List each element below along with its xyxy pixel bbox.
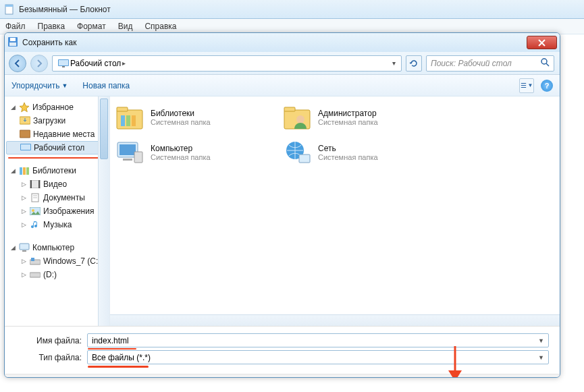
desktop-icon bbox=[58, 58, 69, 69]
close-icon bbox=[538, 39, 546, 47]
file-item-computer[interactable]: Компьютер Системная папка bbox=[115, 138, 271, 167]
documents-icon bbox=[30, 192, 41, 203]
svg-rect-18 bbox=[30, 180, 32, 188]
drive-icon bbox=[30, 256, 41, 267]
svg-rect-7 bbox=[62, 66, 65, 67]
svg-rect-43 bbox=[299, 155, 310, 163]
chevron-down-icon: ▼ bbox=[538, 337, 544, 344]
refresh-button[interactable] bbox=[406, 55, 422, 72]
search-icon bbox=[540, 57, 550, 69]
view-options-button[interactable]: ☰▼ bbox=[519, 78, 534, 93]
filetype-select[interactable]: Все файлы (*.*) ▼ bbox=[87, 350, 549, 364]
sidebar-favorites[interactable]: ◢ Избранное bbox=[6, 101, 108, 114]
back-button[interactable] bbox=[9, 55, 26, 72]
sidebar-item-documents[interactable]: ▷ Документы bbox=[6, 191, 108, 204]
navigation-sidebar: ◢ Избранное Загрузки Недавние места Ра bbox=[5, 96, 110, 326]
file-list-pane[interactable]: Библиотеки Системная папка Администратор… bbox=[110, 96, 560, 326]
sidebar-item-downloads[interactable]: Загрузки bbox=[6, 114, 108, 128]
file-item-network[interactable]: Сеть Системная папка bbox=[283, 138, 438, 167]
breadcrumb-label: Рабочий стол bbox=[70, 59, 121, 68]
refresh-icon bbox=[409, 59, 419, 68]
menu-edit[interactable]: Правка bbox=[35, 20, 68, 32]
svg-rect-16 bbox=[26, 167, 29, 175]
music-icon bbox=[30, 219, 41, 230]
svg-rect-3 bbox=[10, 38, 16, 41]
drive-icon bbox=[30, 269, 41, 280]
notepad-icon bbox=[4, 4, 15, 15]
file-item-admin[interactable]: Администратор Системная папка bbox=[283, 103, 438, 132]
expand-icon: ▷ bbox=[21, 258, 27, 264]
svg-point-8 bbox=[541, 59, 547, 64]
downloads-icon bbox=[20, 115, 30, 126]
svg-rect-40 bbox=[123, 159, 132, 161]
sidebar-item-videos[interactable]: ▷ Видео bbox=[6, 177, 108, 191]
arrow-left-icon bbox=[14, 59, 22, 67]
recent-icon bbox=[20, 129, 30, 140]
save-as-dialog: Сохранить как Рабочий стол ▸ ▾ Поиск: Р bbox=[4, 32, 560, 378]
expand-icon: ▷ bbox=[21, 208, 27, 215]
pictures-icon bbox=[30, 206, 41, 217]
forward-button[interactable] bbox=[30, 55, 48, 72]
expand-icon: ▷ bbox=[21, 221, 27, 228]
svg-line-9 bbox=[546, 63, 549, 66]
form-area: Имя файла: index.html ▼ Тип файла: Все ф… bbox=[5, 326, 560, 374]
sidebar-item-drive-c[interactable]: ▷ Windows_7 (C:) bbox=[6, 254, 108, 268]
expand-icon: ▷ bbox=[21, 271, 27, 278]
new-folder-button[interactable]: Новая папка bbox=[82, 81, 130, 90]
computer-icon bbox=[19, 242, 30, 253]
menu-view[interactable]: Вид bbox=[115, 20, 136, 32]
sidebar-item-desktop[interactable]: Рабочий стол bbox=[6, 141, 108, 155]
close-button[interactable] bbox=[527, 36, 557, 49]
breadcrumb-field[interactable]: Рабочий стол ▸ ▾ bbox=[52, 55, 402, 72]
dialog-footer: ▲ Скрыть папки Кодировка: ANSI ▼ Сохрани… bbox=[5, 374, 560, 378]
chevron-right-icon: ▸ bbox=[122, 59, 126, 67]
filepane-scrollbar-h[interactable] bbox=[110, 314, 560, 326]
path-dropdown[interactable]: ▾ bbox=[390, 59, 398, 67]
expand-icon: ▷ bbox=[21, 194, 27, 201]
sidebar-computer[interactable]: ◢ Компьютер bbox=[6, 241, 108, 254]
filename-value: index.html bbox=[92, 336, 129, 345]
computer-icon bbox=[115, 138, 144, 167]
menu-file[interactable]: Файл bbox=[3, 20, 28, 32]
help-button[interactable]: ? bbox=[541, 80, 553, 92]
svg-rect-33 bbox=[126, 115, 130, 126]
organize-menu[interactable]: Упорядочить ▼ bbox=[11, 81, 68, 90]
svg-rect-41 bbox=[134, 152, 142, 163]
svg-rect-15 bbox=[23, 167, 26, 175]
sidebar-item-drive-d[interactable]: ▷ (D:) bbox=[6, 268, 108, 281]
svg-point-24 bbox=[32, 209, 34, 212]
view-icon: ☰ bbox=[521, 82, 527, 89]
desktop-icon bbox=[20, 142, 31, 153]
svg-rect-25 bbox=[20, 244, 29, 250]
search-input[interactable]: Поиск: Рабочий стол bbox=[426, 55, 554, 72]
libraries-icon bbox=[115, 103, 144, 132]
user-folder-icon bbox=[283, 103, 311, 132]
breadcrumb-desktop[interactable]: Рабочий стол ▸ bbox=[55, 58, 128, 69]
sidebar-item-pictures[interactable]: ▷ Изображения bbox=[6, 204, 108, 218]
menu-format[interactable]: Формат bbox=[74, 20, 109, 32]
svg-rect-19 bbox=[38, 180, 40, 188]
svg-rect-29 bbox=[30, 273, 41, 277]
filetype-label: Тип файла: bbox=[32, 353, 82, 362]
video-icon bbox=[30, 179, 41, 190]
svg-rect-11 bbox=[20, 130, 30, 138]
libraries-icon bbox=[19, 165, 30, 176]
notepad-title: Безымянный — Блокнот bbox=[19, 5, 111, 14]
chevron-down-icon: ▼ bbox=[538, 354, 544, 361]
dialog-titlebar: Сохранить как bbox=[5, 33, 560, 52]
filetype-value: Все файлы (*.*) bbox=[92, 353, 151, 362]
sidebar-item-recent[interactable]: Недавние места bbox=[6, 128, 108, 141]
sidebar-scrollbar[interactable] bbox=[98, 96, 109, 326]
svg-rect-39 bbox=[120, 144, 136, 155]
svg-rect-4 bbox=[9, 43, 16, 46]
menu-help[interactable]: Справка bbox=[142, 20, 179, 32]
svg-rect-1 bbox=[5, 5, 13, 7]
sidebar-libraries[interactable]: ◢ Библиотеки bbox=[6, 164, 108, 177]
expand-icon: ▷ bbox=[21, 181, 27, 188]
sidebar-item-music[interactable]: ▷ Музыка bbox=[6, 218, 108, 231]
file-item-libraries[interactable]: Библиотеки Системная папка bbox=[115, 103, 271, 132]
svg-rect-34 bbox=[132, 115, 136, 126]
svg-rect-36 bbox=[284, 107, 295, 111]
filename-input[interactable]: index.html ▼ bbox=[87, 333, 549, 347]
svg-rect-31 bbox=[117, 107, 128, 111]
